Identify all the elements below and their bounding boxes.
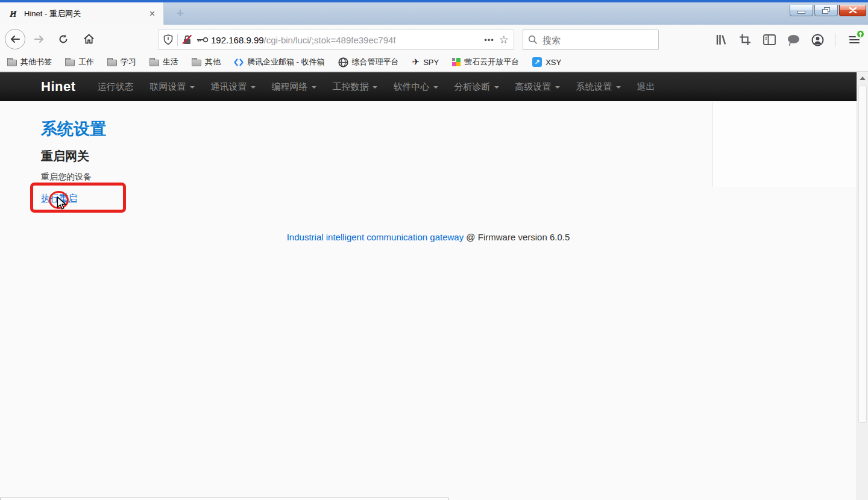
site-navbar: Hinet 运行状态 联网设置 通讯设置 编程网络 工控数据 软件中心 分析诊断…	[0, 72, 857, 101]
footer-gateway-link[interactable]: Industrial intelligent communication gat…	[287, 232, 464, 242]
folder-icon	[7, 60, 17, 66]
screenshot-button[interactable]	[738, 33, 752, 46]
library-button[interactable]	[714, 33, 728, 46]
bookmarks-bar: 其他书签 工作 学习 生活 其他 腾讯企业邮箱 - 收件箱 综合管理平台 ✈ S…	[0, 53, 868, 72]
nav-item-comm-setup[interactable]: 通讯设置	[211, 81, 256, 93]
page-actions-icon[interactable]: •••	[484, 36, 494, 45]
bookmark-xsy[interactable]: ↗ XSY	[532, 57, 561, 67]
ezviz-color-icon	[452, 58, 461, 66]
search-icon	[528, 35, 538, 45]
arrow-up-right-icon: ↗	[532, 57, 542, 67]
chat-bubble-icon	[787, 34, 800, 46]
update-badge	[857, 30, 864, 38]
chevron-down-icon	[494, 86, 499, 89]
chevron-down-icon	[616, 86, 621, 89]
nav-item-software-center[interactable]: 软件中心	[394, 81, 438, 93]
reload-icon	[58, 34, 69, 45]
new-tab-button[interactable]: +	[171, 5, 189, 23]
chevron-down-icon	[373, 86, 377, 89]
page-content: 系统设置 重启网关 重启您的设备 执行重启 Industrial intelli…	[0, 101, 857, 500]
globe-icon	[338, 57, 348, 67]
folder-icon	[192, 60, 201, 66]
nav-item-industrial-data[interactable]: 工控数据	[333, 81, 377, 93]
bookmark-work[interactable]: 工作	[65, 57, 94, 67]
folder-icon	[107, 60, 117, 66]
nav-item-programming-network[interactable]: 编程网络	[272, 81, 316, 93]
bookmark-life[interactable]: 生活	[149, 57, 178, 67]
search-bar[interactable]	[523, 30, 659, 50]
forward-icon	[34, 35, 45, 43]
bookmark-ezviz[interactable]: 萤石云开放平台	[452, 57, 519, 67]
nav-item-system-settings[interactable]: 系统设置	[576, 81, 621, 93]
chevron-down-icon	[190, 86, 195, 89]
bookmark-misc[interactable]: 其他	[192, 57, 221, 67]
close-icon	[849, 7, 857, 13]
url-domain: 192.168.9.99	[211, 35, 264, 45]
minimize-icon	[797, 11, 805, 14]
tab-strip: H Hinet - 重启网关 × +	[0, 2, 868, 25]
urlbar-divider	[177, 34, 178, 46]
toolbar-divider	[835, 33, 835, 46]
browser-toolbar: 192.168.9.99/cgi-bin/luci/;stok=489fe39e…	[0, 25, 868, 53]
hinet-favicon: H	[8, 8, 19, 19]
annotation-red-box	[30, 183, 126, 213]
scrollbar-thumb[interactable]	[858, 86, 867, 423]
sidebar-button[interactable]	[763, 33, 776, 46]
menu-button[interactable]	[846, 32, 862, 48]
insecure-lock-icon	[182, 34, 192, 45]
site-logo: Hinet	[41, 79, 76, 95]
shield-icon	[163, 34, 173, 45]
key-icon	[197, 36, 209, 43]
content-right-margin	[712, 102, 857, 187]
bookmark-study[interactable]: 学习	[107, 57, 136, 67]
tab-title: Hinet - 重启网关	[24, 8, 147, 19]
scrollbar-up-arrow-icon[interactable]	[860, 77, 866, 80]
search-input[interactable]	[542, 35, 645, 45]
toolbar-icons	[714, 30, 862, 50]
page-scrollbar[interactable]	[857, 72, 868, 500]
bookmark-spy[interactable]: ✈ SPY	[412, 57, 439, 67]
account-icon	[811, 34, 824, 46]
close-button[interactable]	[839, 5, 866, 16]
nav-item-logout[interactable]: 退出	[637, 81, 655, 93]
library-icon	[715, 34, 727, 46]
bookmark-star-icon[interactable]: ☆	[499, 33, 509, 46]
restore-button[interactable]	[814, 5, 838, 16]
home-icon	[83, 34, 95, 44]
messenger-button[interactable]	[787, 33, 800, 46]
forward-button[interactable]	[29, 29, 49, 49]
status-popup-edge	[0, 498, 448, 500]
footer-version-text: @ Firmware version 6.0.5	[464, 232, 570, 242]
chevron-down-icon	[312, 86, 316, 89]
reload-button[interactable]	[53, 29, 74, 49]
address-bar[interactable]: 192.168.9.99/cgi-bin/luci/;stok=489fe39e…	[158, 30, 514, 50]
bookmark-tencent-exmail[interactable]: 腾讯企业邮箱 - 收件箱	[234, 57, 325, 67]
back-button[interactable]	[5, 29, 25, 49]
nav-item-diagnosis[interactable]: 分析诊断	[454, 81, 499, 93]
chevron-down-icon	[251, 86, 256, 89]
home-button[interactable]	[78, 29, 99, 49]
window-controls	[790, 5, 866, 16]
folder-icon	[65, 60, 75, 66]
chevron-down-icon	[433, 86, 438, 89]
hamburger-icon	[849, 36, 856, 37]
site-menu: 运行状态 联网设置 通讯设置 编程网络 工控数据 软件中心 分析诊断 高级设置 …	[98, 81, 655, 93]
nav-item-network-setup[interactable]: 联网设置	[150, 81, 195, 93]
account-button[interactable]	[811, 33, 824, 46]
tencent-exmail-icon	[234, 58, 244, 67]
nav-item-advanced-settings[interactable]: 高级设置	[515, 81, 560, 93]
tab-close-icon[interactable]: ×	[147, 8, 157, 19]
folder-icon	[149, 60, 159, 66]
url-path: /cgi-bin/luci/;stok=489fe39ec794f	[264, 35, 396, 45]
section-title: 系统设置	[41, 118, 106, 140]
minimize-button[interactable]	[790, 5, 813, 16]
browser-tab[interactable]: H Hinet - 重启网关 ×	[0, 2, 164, 25]
bookmark-mgmt-platform[interactable]: 综合管理平台	[338, 57, 399, 67]
page-description: 重启您的设备	[41, 172, 92, 183]
nav-item-status[interactable]: 运行状态	[98, 81, 134, 93]
bookmark-other-bookmarks[interactable]: 其他书签	[7, 57, 52, 67]
sidebar-icon	[763, 34, 776, 45]
back-icon	[10, 35, 20, 43]
arrow-up-icon	[858, 32, 863, 37]
crop-icon	[739, 34, 751, 46]
